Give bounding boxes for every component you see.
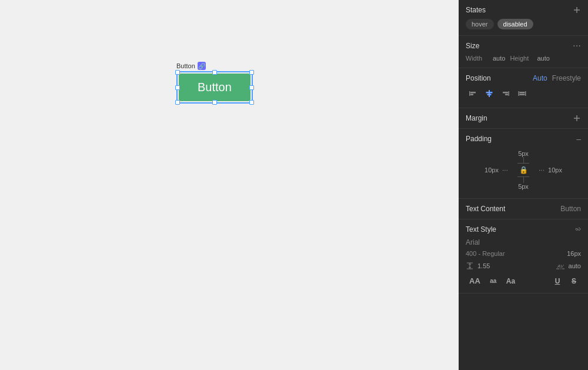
font-weight[interactable]: 400 - Regular xyxy=(466,250,505,257)
position-auto[interactable]: Auto xyxy=(533,74,547,82)
padding-vline-top xyxy=(523,157,524,163)
width-value: auto xyxy=(493,55,505,62)
svg-rect-10 xyxy=(505,94,508,96)
padding-right-dots[interactable]: ··· xyxy=(539,166,544,174)
line-height-value[interactable]: 1.55 xyxy=(477,262,490,269)
text-style-link-button[interactable] xyxy=(573,225,581,234)
size-title: Size xyxy=(466,42,479,50)
format-aa-title-button[interactable]: Aa xyxy=(503,275,519,287)
align-left-button[interactable] xyxy=(466,87,480,102)
svg-text:AV: AV xyxy=(557,264,564,269)
align-right-icon xyxy=(501,89,510,98)
margin-add-button[interactable] xyxy=(573,114,581,122)
padding-center: 🔒 xyxy=(508,163,539,177)
position-section: Position Auto Freestyle xyxy=(459,68,588,108)
text-content-section: Text Content Button xyxy=(459,199,588,219)
padding-left-dots[interactable]: ··· xyxy=(502,166,508,174)
padding-middle-row: 10px ··· 🔒 ··· 10px xyxy=(481,163,566,177)
plus-icon xyxy=(573,6,581,14)
align-right-button[interactable] xyxy=(499,87,513,102)
width-label: Width xyxy=(466,55,488,62)
handle-middle-right[interactable] xyxy=(249,85,254,90)
size-more-button[interactable]: ⋯ xyxy=(573,42,581,50)
button-on-canvas[interactable]: Button xyxy=(179,74,250,101)
states-title: States xyxy=(466,6,486,14)
svg-rect-6 xyxy=(486,92,493,94)
handle-top-middle[interactable] xyxy=(212,70,217,75)
right-panel: States hover disabled Size ⋯ Width auto … xyxy=(459,0,588,370)
svg-rect-11 xyxy=(519,91,520,96)
chain-icon: 🔗 xyxy=(198,63,205,69)
states-add-button[interactable] xyxy=(573,6,581,14)
element-link-icon[interactable]: 🔗 xyxy=(198,62,206,70)
handle-bottom-middle[interactable] xyxy=(212,100,217,105)
padding-top-value[interactable]: 5px xyxy=(518,150,529,157)
align-justify-button[interactable] xyxy=(515,87,529,102)
format-aa-small-button[interactable]: aa xyxy=(486,276,500,286)
letter-spacing-icon: AV xyxy=(556,262,565,270)
text-style-link-icon xyxy=(573,225,581,234)
padding-section: Padding – 5px 10px ··· 🔒 ··· xyxy=(459,129,588,199)
text-style-section: Text Style Arial 400 - Regular 16px xyxy=(459,219,588,294)
position-freestyle[interactable]: Freestyle xyxy=(552,74,581,82)
button-element-wrapper: Button 🔗 Button xyxy=(176,62,253,104)
align-row xyxy=(466,87,581,102)
canvas: Button 🔗 Button xyxy=(0,0,459,370)
svg-rect-5 xyxy=(489,90,490,97)
size-section: Size ⋯ Width auto Height auto xyxy=(459,36,588,68)
text-style-title: Text Style xyxy=(466,225,496,234)
states-row: hover disabled xyxy=(466,19,581,29)
padding-collapse-button[interactable]: – xyxy=(576,135,581,143)
padding-title: Padding xyxy=(466,135,492,143)
svg-rect-4 xyxy=(470,94,473,96)
text-format-row: AA aa Aa U S xyxy=(466,275,581,287)
line-height-row: 1.55 AV auto xyxy=(466,262,581,270)
size-row: Width auto Height auto xyxy=(466,55,581,62)
element-label-row: Button 🔗 xyxy=(176,62,253,70)
element-label-text: Button xyxy=(176,62,195,69)
svg-rect-14 xyxy=(520,94,525,96)
handle-top-left[interactable] xyxy=(175,70,180,75)
padding-bottom-value[interactable]: 5px xyxy=(518,183,529,190)
format-strikethrough-button[interactable]: S xyxy=(567,275,581,287)
handle-top-right[interactable] xyxy=(249,70,254,75)
selection-box: Button xyxy=(176,71,253,104)
margin-section: Margin xyxy=(459,108,588,129)
padding-hline xyxy=(517,163,529,164)
padding-right-value[interactable]: 10px xyxy=(544,166,566,174)
padding-left-value[interactable]: 10px xyxy=(481,166,502,174)
svg-rect-2 xyxy=(469,91,470,96)
padding-lock-icon[interactable]: 🔒 xyxy=(519,166,528,174)
position-header-row: Position Auto Freestyle xyxy=(466,74,581,82)
state-hover[interactable]: hover xyxy=(466,19,494,29)
format-underline-button[interactable]: U xyxy=(550,275,564,287)
font-name[interactable]: Arial xyxy=(466,238,581,246)
handle-middle-left[interactable] xyxy=(175,85,180,90)
text-content-title: Text Content xyxy=(466,205,505,213)
states-section: States hover disabled xyxy=(459,0,588,36)
padding-diagram: 5px 10px ··· 🔒 ··· 10px 5px xyxy=(466,148,581,192)
line-height-icon xyxy=(466,262,474,270)
text-content-value[interactable]: Button xyxy=(560,205,581,213)
line-height-left: 1.55 xyxy=(466,262,490,270)
more-icon: ⋯ xyxy=(573,42,581,50)
margin-plus-icon xyxy=(573,114,581,122)
text-content-row: Text Content Button xyxy=(466,205,581,213)
text-style-header: Text Style xyxy=(466,225,581,234)
state-disabled[interactable]: disabled xyxy=(497,19,533,29)
padding-vline-bottom xyxy=(523,177,524,183)
align-left-icon xyxy=(468,89,477,98)
handle-bottom-left[interactable] xyxy=(175,100,180,105)
margin-title: Margin xyxy=(466,114,487,122)
align-center-h-button[interactable] xyxy=(482,87,496,102)
svg-rect-12 xyxy=(525,91,526,96)
font-size[interactable]: 16px xyxy=(567,250,581,257)
position-title: Position xyxy=(466,74,491,82)
states-header: States xyxy=(466,6,581,14)
handle-bottom-right[interactable] xyxy=(249,100,254,105)
align-center-h-icon xyxy=(485,89,494,98)
letter-spacing-auto[interactable]: auto xyxy=(569,262,581,269)
padding-bottom-row: 5px xyxy=(518,183,529,190)
svg-rect-13 xyxy=(520,92,525,94)
format-aa-large-button[interactable]: AA xyxy=(466,275,484,287)
